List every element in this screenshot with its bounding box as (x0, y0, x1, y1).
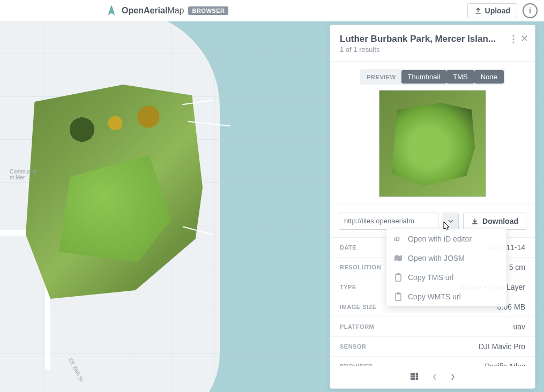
tools-row: http://tiles.openaerialm Download iD Ope… (330, 205, 535, 238)
tile-url-input[interactable]: http://tiles.openaerialm (339, 213, 438, 230)
url-dropdown-menu: iD Open with iD editor Open with JOSM Co… (386, 229, 507, 307)
panel-close-button[interactable]: ✕ (520, 34, 528, 43)
download-button[interactable]: Download (463, 213, 526, 230)
svg-rect-12 (411, 378, 413, 380)
dd-label: Copy TMS url (408, 273, 453, 282)
brand-text: OpenAerialMap (122, 6, 184, 16)
svg-rect-10 (413, 375, 415, 378)
preview-opt-none[interactable]: None (474, 70, 504, 84)
svg-rect-7 (413, 373, 415, 375)
more-vertical-icon (512, 35, 515, 43)
svg-rect-9 (411, 375, 413, 378)
panel-subtitle: 1 of 1 results (340, 46, 509, 54)
logo-icon (106, 5, 117, 17)
preview-opt-tms[interactable]: TMS (446, 70, 474, 84)
upload-label: Upload (485, 6, 510, 15)
svg-rect-4 (396, 274, 401, 281)
svg-rect-6 (411, 373, 413, 375)
svg-point-1 (512, 38, 514, 40)
chevron-left-icon (433, 374, 437, 380)
grid-icon (410, 372, 419, 381)
clipboard-icon (394, 292, 403, 301)
dd-label: Open with JOSM (408, 254, 465, 262)
dd-copy-tms[interactable]: Copy TMS url (386, 268, 506, 287)
svg-rect-11 (416, 375, 418, 378)
svg-rect-5 (396, 293, 401, 300)
thumbnail-image (379, 90, 486, 197)
svg-text:iD: iD (394, 236, 400, 242)
dd-open-id-editor[interactable]: iD Open with iD editor (386, 229, 506, 248)
map-label-community: Community at Mer (10, 169, 37, 180)
dd-open-josm[interactable]: Open with JOSM (386, 248, 506, 268)
url-dropdown-button[interactable] (443, 213, 459, 230)
svg-point-0 (512, 35, 514, 36)
brand: OpenAerialMap BROWSER (106, 5, 228, 17)
meta-row-platform: PLATFORMuav (330, 317, 535, 337)
panel-title: Luther Burbank Park, Mercer Islan... (340, 34, 509, 44)
header-actions: Upload i (467, 3, 538, 18)
id-editor-icon: iD (394, 235, 403, 243)
panel-footer (330, 366, 535, 388)
svg-rect-8 (416, 373, 418, 375)
upload-button[interactable]: Upload (467, 3, 517, 18)
preview-section: PREVIEW Thumbnail TMS None (330, 62, 535, 205)
svg-point-2 (512, 41, 514, 43)
meta-row-sensor: SENSORDJI Mavic Pro (330, 337, 535, 357)
chevron-down-icon (448, 220, 453, 223)
details-panel: Luther Burbank Park, Mercer Islan... 1 o… (330, 25, 535, 389)
aerial-trees (32, 91, 198, 155)
dd-label: Open with iD editor (408, 235, 472, 243)
svg-rect-14 (416, 378, 418, 380)
download-label: Download (482, 217, 518, 225)
next-button[interactable] (451, 373, 455, 382)
svg-rect-13 (413, 378, 415, 380)
panel-header: Luther Burbank Park, Mercer Islan... 1 o… (330, 25, 535, 62)
clipboard-icon (394, 273, 403, 282)
preview-opt-thumbnail[interactable]: Thumbnail (401, 70, 447, 84)
grid-view-button[interactable] (410, 372, 419, 383)
meta-row-provider: PROVIDERPacific Atlas (330, 357, 535, 366)
browser-badge: BROWSER (188, 6, 228, 15)
dd-label: Copy WMTS url (408, 292, 461, 301)
map-icon (394, 254, 403, 262)
prev-button[interactable] (433, 373, 437, 382)
panel-more-button[interactable] (512, 35, 515, 46)
info-button[interactable]: i (523, 3, 538, 18)
download-icon (471, 217, 479, 225)
app-header: OpenAerialMap BROWSER Upload i (0, 0, 544, 21)
dd-copy-wmts[interactable]: Copy WMTS url (386, 287, 506, 306)
chevron-right-icon (451, 374, 455, 380)
upload-icon (474, 7, 482, 14)
preview-label: PREVIEW (361, 72, 401, 82)
preview-toggle: PREVIEW Thumbnail TMS None (360, 69, 504, 85)
